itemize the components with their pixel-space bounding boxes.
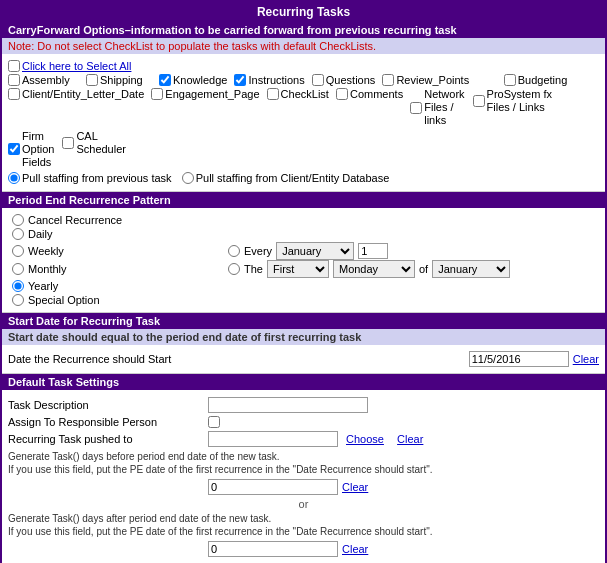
firm-option-checkbox[interactable] — [8, 143, 20, 155]
cal-scheduler-checkbox[interactable] — [62, 137, 74, 149]
questions-label: Questions — [312, 74, 376, 86]
weekly-col: Weekly — [8, 243, 228, 259]
checklist-checkbox[interactable] — [267, 88, 279, 100]
comments-text: Comments — [350, 88, 403, 100]
prosystem-files-group: ProSystem fxFiles / Links — [473, 88, 552, 114]
generate-after-row: Clear — [8, 541, 599, 557]
assign-row: Assign To Responsible Person — [8, 416, 599, 428]
instructions-checkbox[interactable] — [234, 74, 246, 86]
the-radio[interactable] — [228, 263, 240, 275]
special-radio[interactable] — [12, 294, 24, 306]
monthly-col: Monthly — [8, 261, 228, 277]
shipping-checkbox[interactable] — [86, 74, 98, 86]
engagement-label: Engagement_Page — [151, 88, 259, 100]
dialog-title: Recurring Tasks — [2, 2, 605, 22]
select-all-link[interactable]: Click here to Select All — [22, 60, 131, 72]
pushed-to-choose[interactable]: Choose — [346, 433, 384, 445]
default-task-header: Default Task Settings — [2, 374, 605, 390]
budgeting-label: Budgeting — [504, 74, 568, 86]
pull-prev-radio[interactable] — [8, 172, 20, 184]
every-month-select[interactable]: JanuaryFebruaryMarchApril MayJuneJulyAug… — [276, 242, 354, 260]
start-date-header: Start Date for Recurring Task — [2, 313, 605, 329]
carry-forward-header: CarryForward Options–information to be c… — [2, 22, 605, 38]
weekly-yearly-row: Weekly Every JanuaryFebruaryMarchApril M… — [8, 242, 599, 260]
generate-after-note: Generate Task() days after period end da… — [8, 512, 599, 538]
weekly-radio[interactable] — [12, 245, 24, 257]
firm-option-text: FirmOptionFields — [22, 130, 54, 170]
carry-forward-content: Click here to Select All Assembly Shippi… — [2, 54, 605, 192]
knowledge-label: Knowledge — [159, 74, 227, 86]
or-text: or — [8, 498, 599, 510]
firm-option-group: FirmOptionFields — [8, 130, 54, 170]
yearly-text: Yearly — [28, 280, 58, 292]
shipping-text: Shipping — [100, 74, 143, 86]
every-day-input[interactable] — [358, 243, 388, 259]
start-date-input[interactable] — [469, 351, 569, 367]
generate-after-clear[interactable]: Clear — [342, 543, 368, 555]
network-files-checkbox[interactable] — [410, 102, 422, 114]
select-all-checkbox[interactable] — [8, 60, 20, 72]
checklist-label: CheckList — [267, 88, 329, 100]
assembly-text: Assembly — [22, 74, 70, 86]
prosystem-files-checkbox[interactable] — [473, 95, 485, 107]
comments-checkbox[interactable] — [336, 88, 348, 100]
generate-after-input[interactable] — [208, 541, 338, 557]
prosystem-files-text: ProSystem fxFiles / Links — [487, 88, 552, 114]
generate-before-note2: If you use this field, put the PE date o… — [8, 463, 599, 476]
of-label: of — [419, 263, 428, 275]
review-points-checkbox[interactable] — [382, 74, 394, 86]
weekly-text: Weekly — [28, 245, 64, 257]
cal-scheduler-group: CALScheduler — [62, 130, 126, 156]
every-group: Every JanuaryFebruaryMarchApril MayJuneJ… — [228, 242, 388, 260]
weekly-row: Weekly — [8, 245, 228, 257]
assembly-checkbox[interactable] — [8, 74, 20, 86]
engagement-checkbox[interactable] — [151, 88, 163, 100]
budgeting-checkbox[interactable] — [504, 74, 516, 86]
special-row: Special Option — [8, 294, 599, 306]
assign-checkbox[interactable] — [208, 416, 220, 428]
network-files-group: NetworkFiles /links — [410, 88, 464, 128]
engagement-text: Engagement_Page — [165, 88, 259, 100]
pushed-to-label: Recurring Task pushed to — [8, 433, 208, 445]
the-label: The — [244, 263, 263, 275]
assembly-label: Assembly — [8, 74, 70, 86]
generate-before-note: Generate Task() days before period end d… — [8, 450, 599, 476]
knowledge-text: Knowledge — [173, 74, 227, 86]
questions-checkbox[interactable] — [312, 74, 324, 86]
day-of-week-select[interactable]: MondayTuesdayWednesdayThursday FridaySat… — [333, 260, 415, 278]
cancel-text: Cancel Recurrence — [28, 214, 122, 226]
daily-row: Daily — [8, 228, 599, 240]
staffing-row: Pull staffing from previous task Pull st… — [8, 172, 599, 184]
start-date-clear[interactable]: Clear — [573, 353, 599, 365]
pull-client-radio[interactable] — [182, 172, 194, 184]
checkbox-row-1: Assembly Shipping Knowledge Instructions — [8, 74, 599, 86]
checklist-text: CheckList — [281, 88, 329, 100]
task-desc-input[interactable] — [208, 397, 368, 413]
the-group: The FirstSecondThirdFourthLast MondayTue… — [228, 260, 510, 278]
pushed-to-clear[interactable]: Clear — [397, 433, 423, 445]
generate-after-note2: If you use this field, put the PE date o… — [8, 525, 599, 538]
monthly-radio[interactable] — [12, 263, 24, 275]
yearly-radio[interactable] — [12, 280, 24, 292]
shipping-label: Shipping — [86, 74, 143, 86]
knowledge-checkbox[interactable] — [159, 74, 171, 86]
review-points-text: Review_Points — [396, 74, 469, 86]
of-month-select[interactable]: JanuaryFebruaryMarchApril MayJuneJulyAug… — [432, 260, 510, 278]
cancel-radio[interactable] — [12, 214, 24, 226]
monthly-text: Monthly — [28, 263, 67, 275]
pushed-to-input[interactable] — [208, 431, 338, 447]
cal-scheduler-text: CALScheduler — [76, 130, 126, 156]
ordinal-select[interactable]: FirstSecondThirdFourthLast — [267, 260, 329, 278]
pull-prev-label: Pull staffing from previous task — [8, 172, 172, 184]
daily-radio[interactable] — [12, 228, 24, 240]
special-text: Special Option — [28, 294, 100, 306]
client-entity-checkbox[interactable] — [8, 88, 20, 100]
every-radio[interactable] — [228, 245, 240, 257]
generate-before-clear[interactable]: Clear — [342, 481, 368, 493]
budgeting-text: Budgeting — [518, 74, 568, 86]
daily-text: Daily — [28, 228, 52, 240]
generate-before-input[interactable] — [208, 479, 338, 495]
instructions-label: Instructions — [234, 74, 304, 86]
generate-before-note1: Generate Task() days before period end d… — [8, 450, 599, 463]
pushed-to-row: Recurring Task pushed to Choose Clear — [8, 431, 599, 447]
